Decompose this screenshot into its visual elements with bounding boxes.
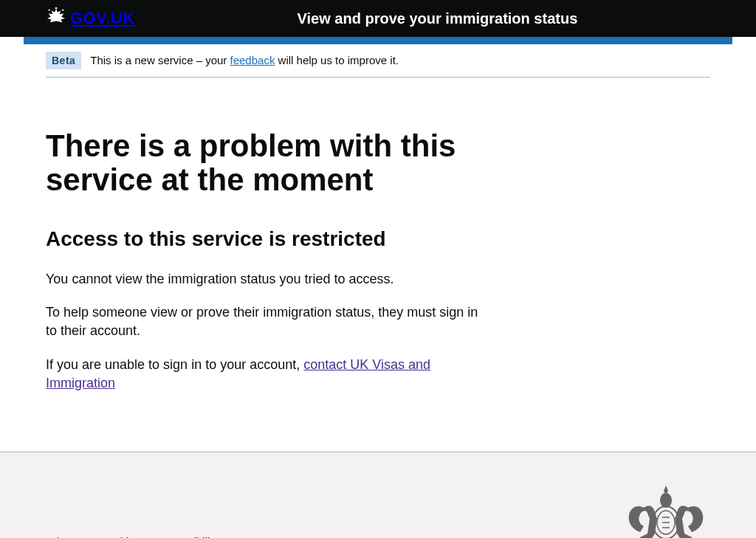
svg-point-0: [55, 7, 58, 9]
site-header: GOV.UK View and prove your immigration s…: [0, 0, 756, 37]
page-subheading: Access to this service is restricted: [46, 227, 533, 252]
phase-banner: Beta This is a new service – your feedba…: [46, 44, 710, 77]
footer-link-privacy[interactable]: Privacy: [46, 535, 82, 538]
crown-icon: [46, 7, 66, 30]
svg-point-2: [62, 10, 63, 11]
footer-links: Privacy Cookies Accessibility Statement: [46, 535, 619, 538]
phase-tag: Beta: [46, 52, 81, 69]
header-blue-bar: [24, 37, 732, 44]
service-name: View and prove your immigration status: [135, 10, 710, 27]
royal-crest-icon: ET MON: [622, 482, 710, 538]
site-footer: Privacy Cookies Accessibility Statement …: [0, 452, 756, 538]
paragraph-2: To help someone view or prove their immi…: [46, 303, 489, 340]
paragraph-3: If you are unable to sign in to your acc…: [46, 356, 489, 393]
main-content: There is a problem with this service at …: [46, 77, 533, 452]
feedback-link[interactable]: feedback: [230, 54, 275, 66]
page-title: There is a problem with this service at …: [46, 129, 533, 197]
footer-link-accessibility[interactable]: Accessibility Statement: [158, 535, 272, 538]
govuk-logo-text: GOV.UK: [70, 9, 135, 28]
footer-link-cookies[interactable]: Cookies: [100, 535, 140, 538]
govuk-logo-link[interactable]: GOV.UK: [46, 7, 135, 30]
svg-point-1: [49, 10, 50, 11]
paragraph-1: You cannot view the immigration status y…: [46, 270, 489, 289]
phase-banner-text: This is a new service – your feedback wi…: [90, 54, 399, 66]
